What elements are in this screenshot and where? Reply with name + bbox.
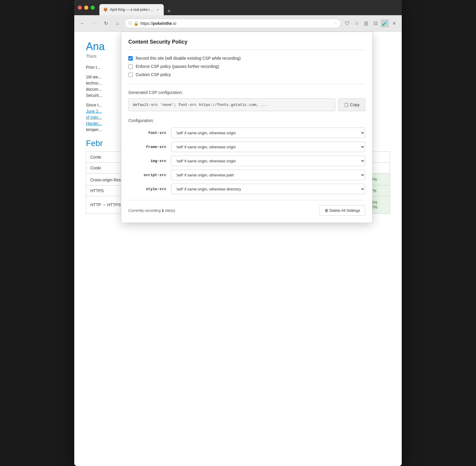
info-icon: ⓘ (128, 21, 132, 26)
page-content: Ana Thurs Prior t... 1M we...techno...do… (74, 32, 402, 466)
config-row-img-src: img-src 'self' if same origin, otherwise… (128, 156, 365, 166)
copy-button[interactable]: 📋 Copy (338, 98, 365, 111)
traffic-lights (78, 6, 95, 10)
back-button[interactable]: ← (78, 19, 87, 28)
config-label: Configuration: (128, 118, 365, 123)
url-prefix: https:// (140, 21, 153, 26)
checkbox-custom[interactable]: Custom CSP policy (128, 72, 365, 77)
checkbox-record-label: Record this site (will disable existing … (136, 56, 241, 61)
config-select-img-src[interactable]: 'self' if same origin, otherwise origin (171, 156, 365, 166)
url-suffix: .io (172, 21, 176, 26)
address-bar[interactable]: ⓘ 🔒 https://pokeinthe.io ··· (125, 19, 341, 28)
config-select-style-src[interactable]: 'self' if same origin, otherwise directo… (171, 184, 365, 194)
url-domain: pokeinthe (153, 21, 172, 26)
pocket-icon[interactable]: 🛡 (343, 19, 351, 27)
tab-bar: 🦊 April King — a real poke in the e × + (99, 0, 398, 15)
close-traffic-light[interactable] (78, 6, 82, 10)
browser-window: 🦊 April King — a real poke in the e × + … (74, 0, 402, 466)
minimize-traffic-light[interactable] (84, 6, 88, 10)
menu-icon[interactable]: ≡ (390, 19, 398, 27)
checkbox-enforce-input[interactable] (128, 64, 133, 69)
checkbox-custom-input[interactable] (128, 73, 133, 77)
checkbox-record-input[interactable] (128, 56, 133, 61)
tab-close-button[interactable]: × (156, 7, 160, 12)
config-key-font-src: font-src (128, 131, 166, 135)
checkbox-enforce-label: Enforce CSP policy (pauses further recor… (136, 64, 219, 69)
generated-label: Generated CSP configuration: (128, 90, 365, 95)
divider-1 (128, 84, 365, 84)
recording-status: Currently recording 1 site(s) (128, 208, 175, 213)
delete-all-settings-button[interactable]: 🗑 Delete All Settings (320, 205, 365, 216)
checkbox-custom-label: Custom CSP policy (136, 72, 171, 77)
config-row-font-src: font-src 'self' if same origin, otherwis… (128, 128, 365, 138)
config-select-frame-src[interactable]: 'self' if same origin, otherwise origin (171, 142, 365, 152)
home-button[interactable]: ⌂ (113, 19, 122, 28)
bookmarks-list-icon[interactable]: ||| (362, 19, 370, 27)
toolbar: ← → ↻ ⌂ ⓘ 🔒 https://pokeinthe.io ··· 🛡 ☆… (74, 15, 402, 32)
url-display: https://pokeinthe.io (140, 21, 332, 26)
tab-title: April King — a real poke in the e (110, 8, 153, 12)
config-row-frame-src: frame-src 'self' if same origin, otherwi… (128, 142, 365, 152)
config-select-font-src[interactable]: 'self' if same origin, otherwise origin (171, 128, 365, 138)
csp-output-field: default-src 'none'; font-src https://fon… (128, 98, 335, 111)
flask-icon[interactable]: 🧪 (381, 19, 389, 27)
maximize-traffic-light[interactable] (91, 6, 95, 10)
security-icon: 🔒 (134, 21, 139, 26)
refresh-button[interactable]: ↻ (101, 19, 111, 28)
csp-popup-title: Content Security Policy (128, 39, 365, 50)
checkbox-record[interactable]: Record this site (will disable existing … (128, 56, 365, 61)
title-bar: 🦊 April King — a real poke in the e × + (74, 0, 402, 15)
config-section: Configuration: font-src 'self' if same o… (128, 118, 365, 194)
config-key-script-src: script-src (128, 173, 166, 177)
recording-text-prefix: Currently recording (128, 208, 162, 213)
csp-popup: Content Security Policy Record this site… (121, 32, 372, 223)
config-row-style-src: style-src 'self' if same origin, otherwi… (128, 184, 365, 194)
sync-icon[interactable]: ⊡ (371, 19, 380, 27)
forward-button[interactable]: → (89, 19, 99, 28)
csp-footer: Currently recording 1 site(s) 🗑 Delete A… (128, 200, 365, 216)
toolbar-actions: 🛡 ☆ ||| ⊡ 🧪 ≡ (343, 19, 398, 27)
csp-output-row: default-src 'none'; font-src https://fon… (128, 98, 365, 111)
bookmark-icon[interactable]: ☆ (353, 19, 361, 27)
tab-favicon: 🦊 (103, 7, 108, 12)
config-key-style-src: style-src (128, 187, 166, 191)
more-icon: ··· (334, 21, 337, 25)
config-row-script-src: script-src 'self' if same origin, otherw… (128, 170, 365, 180)
config-select-script-src[interactable]: 'self' if same origin, otherwise path (171, 170, 365, 180)
active-tab[interactable]: 🦊 April King — a real poke in the e × (99, 4, 164, 15)
new-tab-button[interactable]: + (165, 7, 173, 15)
config-key-img-src: img-src (128, 159, 166, 163)
recording-text-suffix: site(s) (164, 208, 175, 213)
checkbox-group: Record this site (will disable existing … (128, 56, 365, 77)
config-key-frame-src: frame-src (128, 145, 166, 149)
checkbox-enforce[interactable]: Enforce CSP policy (pauses further recor… (128, 64, 365, 69)
